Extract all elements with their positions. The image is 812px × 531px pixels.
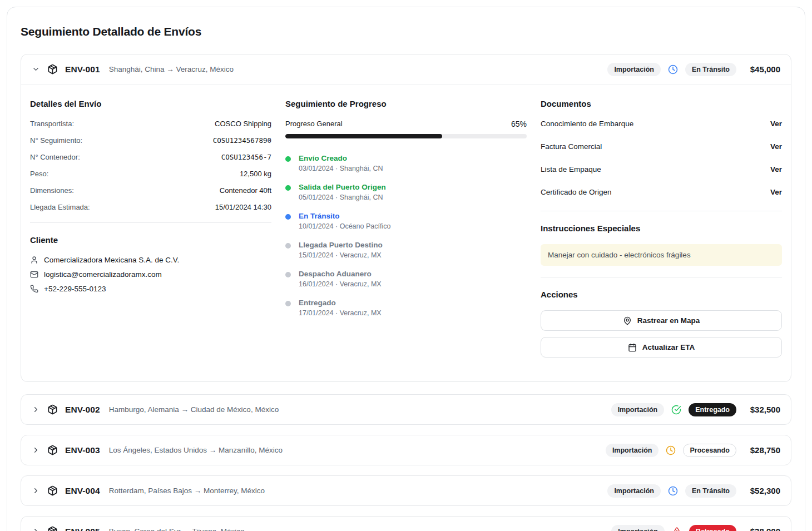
progress-bar — [285, 134, 527, 138]
timeline-title: En Tránsito — [299, 212, 390, 220]
mail-icon — [30, 270, 38, 279]
map-pin-icon — [623, 316, 632, 325]
detail-value: 12,500 kg — [240, 170, 271, 178]
chevron-down-icon[interactable] — [32, 65, 40, 73]
shipment-row-header[interactable]: ENV-002 Hamburgo, Alemania → Ciudad de M… — [21, 395, 791, 424]
detail-value: Contenedor 40ft — [220, 186, 271, 195]
timeline-title: Llegada Puerto Destino — [299, 241, 383, 249]
shipment-id: ENV-003 — [65, 445, 100, 455]
shipment-value: $52,300 — [746, 486, 780, 495]
divider — [541, 277, 782, 277]
shipment-tracking-panel: Seguimiento Detallado de Envíos ENV-001 … — [7, 7, 805, 531]
timeline-item: Envío Creado 03/01/2024 · Shanghái, CN — [285, 154, 527, 172]
type-badge: Importación — [606, 444, 659, 457]
detail-row: N° Contenedor: COSU123456-7 — [30, 153, 271, 161]
document-row: Certificado de Origen Ver — [541, 188, 782, 196]
shipment-card: ENV-002 Hamburgo, Alemania → Ciudad de M… — [21, 394, 791, 425]
package-icon — [47, 404, 58, 415]
package-icon — [47, 485, 58, 496]
timeline-text: Despacho Aduanero 16/01/2024 · Veracruz,… — [299, 270, 382, 288]
client-email: logistica@comercializadoramx.com — [44, 270, 162, 279]
shipment-row-header[interactable]: ENV-004 Rotterdam, Países Bajos → Monter… — [21, 476, 791, 505]
client-phone-row: +52-229-555-0123 — [30, 285, 271, 293]
chevron-right-icon[interactable] — [32, 527, 40, 531]
shipment-value: $38,900 — [746, 527, 780, 531]
divider — [30, 222, 271, 223]
shipment-list: ENV-002 Hamburgo, Alemania → Ciudad de M… — [21, 394, 791, 531]
track-on-map-button[interactable]: Rastrear en Mapa — [541, 310, 782, 331]
documents-heading: Documentos — [541, 99, 782, 108]
chevron-right-icon[interactable] — [32, 487, 40, 495]
detail-label: Peso: — [30, 170, 48, 178]
shipment-card: ENV-005 Busan, Corea del Sur → Tijuana, … — [21, 516, 791, 531]
document-row: Conocimiento de Embarque Ver — [541, 120, 782, 128]
shipment-id: ENV-005 — [65, 527, 100, 531]
document-row: Factura Comercial Ver — [541, 142, 782, 151]
divider — [541, 211, 782, 211]
detail-row: N° Seguimiento: COSU1234567890 — [30, 136, 271, 145]
shipment-value: $28,750 — [746, 445, 780, 455]
details-heading: Detalles del Envío — [30, 99, 271, 108]
details-column: Detalles del Envío Transportista: COSCO … — [30, 96, 271, 364]
status-badge: Entregado — [689, 403, 736, 416]
shipment-row-header[interactable]: ENV-003 Los Ángeles, Estados Unidos → Ma… — [21, 435, 791, 465]
detail-value: COSU123456-7 — [221, 153, 271, 161]
timeline-title: Envío Creado — [299, 154, 383, 162]
shipment-route: Hamburgo, Alemania → Ciudad de México, M… — [109, 405, 279, 414]
progress-heading: Seguimiento de Progreso — [285, 99, 527, 108]
client-email-row: logistica@comercializadoramx.com — [30, 270, 271, 279]
timeline: Envío Creado 03/01/2024 · Shanghái, CN S… — [285, 154, 527, 317]
detail-row: Transportista: COSCO Shipping — [30, 120, 271, 128]
document-view-link[interactable]: Ver — [770, 142, 782, 151]
document-view-link[interactable]: Ver — [770, 165, 782, 173]
document-name: Certificado de Origen — [541, 188, 612, 196]
type-badge: Importación — [611, 525, 665, 531]
type-badge: Importación — [611, 403, 665, 416]
detail-value: COSU1234567890 — [213, 136, 271, 145]
status-badge: En Tránsito — [685, 484, 736, 498]
special-instructions-note: Manejar con cuidado - electrónicos frági… — [541, 244, 782, 266]
document-view-link[interactable]: Ver — [770, 188, 782, 196]
timeline-item: En Tránsito 10/01/2024 · Océano Pacífico — [285, 212, 527, 230]
timeline-text: Salida del Puerto Origen 05/01/2024 · Sh… — [299, 183, 386, 201]
detail-label: N° Contenedor: — [30, 153, 80, 161]
shipment-card-expanded: ENV-001 Shanghái, China → Veracruz, Méxi… — [21, 54, 791, 382]
document-view-link[interactable]: Ver — [770, 120, 782, 128]
timeline-date: 03/01/2024 · Shanghái, CN — [299, 165, 383, 172]
track-on-map-label: Rastrear en Mapa — [637, 316, 700, 325]
shipment-row-header[interactable]: ENV-005 Busan, Corea del Sur → Tijuana, … — [21, 517, 791, 531]
progress-percent: 65% — [511, 120, 527, 128]
progress-column: Seguimiento de Progreso Progreso General… — [285, 96, 527, 364]
detail-row: Llegada Estimada: 15/01/2024 14:30 — [30, 203, 271, 211]
chevron-right-icon[interactable] — [32, 405, 40, 414]
shipment-card: ENV-004 Rotterdam, Países Bajos → Monter… — [21, 475, 791, 506]
update-eta-button[interactable]: Actualizar ETA — [541, 337, 782, 358]
clock-icon — [668, 486, 678, 496]
timeline-date: 16/01/2024 · Veracruz, MX — [299, 280, 382, 288]
detail-label: Dimensiones: — [30, 186, 74, 195]
timeline-date: 05/01/2024 · Shanghái, CN — [299, 193, 386, 201]
shipment-row-header[interactable]: ENV-001 Shanghái, China → Veracruz, Méxi… — [21, 54, 791, 84]
progress-label-row: Progreso General 65% — [285, 120, 527, 128]
detail-label: Transportista: — [30, 120, 74, 128]
documents-column: Documentos Conocimiento de Embarque Ver … — [541, 96, 782, 364]
timeline-dot — [285, 214, 291, 220]
timeline-date: 15/01/2024 · Veracruz, MX — [299, 251, 383, 259]
client-phone: +52-229-555-0123 — [44, 285, 106, 293]
clock-icon — [666, 445, 676, 455]
type-badge: Importación — [607, 484, 661, 498]
client-name: Comercializadora Mexicana S.A. de C.V. — [44, 256, 179, 264]
shipment-route: Busan, Corea del Sur → Tijuana, México — [109, 527, 245, 531]
timeline-text: Entregado 17/01/2024 · Veracruz, MX — [299, 299, 382, 317]
timeline-dot — [285, 185, 291, 191]
timeline-text: En Tránsito 10/01/2024 · Océano Pacífico — [299, 212, 390, 230]
documents-list: Conocimiento de Embarque Ver Factura Com… — [541, 120, 782, 196]
timeline-title: Despacho Aduanero — [299, 270, 382, 278]
detail-label: Llegada Estimada: — [30, 203, 90, 211]
timeline-dot — [285, 243, 291, 249]
progress-fill — [285, 134, 442, 138]
detail-value: COSCO Shipping — [215, 120, 271, 128]
user-icon — [30, 256, 38, 264]
chevron-right-icon[interactable] — [32, 446, 40, 454]
timeline-title: Salida del Puerto Origen — [299, 183, 386, 191]
